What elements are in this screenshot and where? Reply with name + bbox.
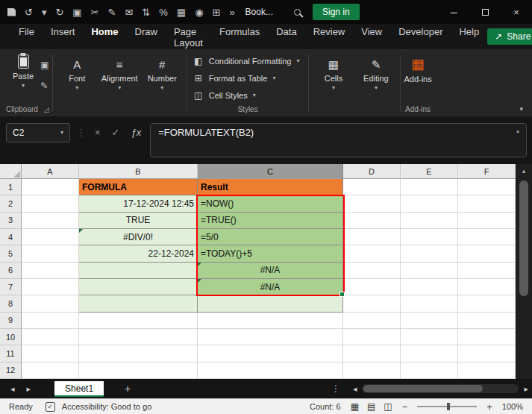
ribbon-conditional-formatting-button[interactable]: ◧Conditional Formatting▾ [193,56,300,66]
cell-B2[interactable]: 17-12-2024 12:45 [79,195,198,212]
sheet-tab-sheet1[interactable]: Sheet1 [54,381,104,397]
cell-D12[interactable] [343,363,401,379]
cell-D6[interactable] [343,263,401,279]
row-header-8[interactable]: 8 [0,295,22,312]
cell-F7[interactable] [458,279,516,295]
cell-B5[interactable]: 22-12-2024 [79,245,198,262]
zoom-level[interactable]: 100% [502,402,523,411]
cell-B1[interactable]: FORMULA [79,179,198,195]
overflow-icon[interactable]: » [229,7,234,17]
cell-F9[interactable] [458,313,516,329]
zoom-slider-thumb[interactable] [447,403,450,410]
vertical-scrollbar-thumb[interactable] [519,181,528,296]
cell-B3[interactable]: TRUE [79,213,198,229]
copy-icon[interactable]: ▣ [40,60,48,70]
cell-F12[interactable] [458,363,516,379]
column-header-C[interactable]: C [198,164,343,179]
cell-D3[interactable] [343,213,401,229]
row-header-7[interactable]: 7 [0,279,22,295]
cell-E11[interactable] [401,345,458,362]
sort-icon[interactable]: ⇅ [142,7,150,17]
cell-B8[interactable] [79,295,198,312]
cell-A11[interactable] [22,345,79,362]
insert-function-button[interactable]: ƒx [129,123,144,142]
row-header-4[interactable]: 4 [0,229,22,245]
cell-D7[interactable] [343,279,401,295]
cell-C8[interactable] [198,295,343,312]
format-painter-icon[interactable]: ✎ [40,81,48,91]
cell-D4[interactable] [343,229,401,245]
cell-E10[interactable] [401,329,458,345]
cell-E5[interactable] [401,245,458,262]
envelope-icon[interactable]: ✉ [125,7,133,17]
cell-F8[interactable] [458,295,516,312]
collapse-formula-bar-button[interactable]: ▴ [516,128,519,134]
select-all-button[interactable] [0,164,22,179]
ribbon-editing-button[interactable]: ✎Editing▾ [354,51,397,116]
cell-F3[interactable] [458,213,516,229]
cell-C7[interactable]: #N/A [198,279,343,295]
paste-button[interactable]: Paste ▾ [6,51,40,104]
cell-C3[interactable]: =TRUE() [198,213,343,229]
undo-dropdown-icon[interactable]: ▾ [42,7,47,17]
horizontal-scrollbar[interactable] [362,384,519,393]
add-ins-button[interactable]: ▦ Add-ins [404,51,431,104]
hscroll-left-icon[interactable]: ◂ [353,384,357,394]
cell-B12[interactable] [79,363,198,379]
redo-icon[interactable]: ↻ [55,7,63,17]
cell-C10[interactable] [198,329,343,345]
view-page-layout-icon[interactable]: ▤ [367,401,375,412]
name-box[interactable]: C2 ▾ [6,123,70,142]
row-header-6[interactable]: 6 [0,263,22,279]
cell-D9[interactable] [343,313,401,329]
zoom-in-button[interactable]: + [486,401,492,413]
ribbon-cells-button[interactable]: ▦Cells▾ [312,51,354,116]
add-sheet-button[interactable]: + [125,383,131,395]
cell-C6[interactable]: #N/A [198,263,343,279]
calculator-icon[interactable]: ⊞ [212,7,220,17]
cell-B9[interactable] [79,313,198,329]
scroll-up-icon[interactable]: ▴ [522,164,526,178]
cell-E7[interactable] [401,279,458,295]
ribbon-alignment-button[interactable]: ≡Alignment▾ [98,51,141,116]
cell-A1[interactable] [22,179,79,195]
table-icon[interactable]: ▦ [177,7,186,17]
zoom-slider[interactable] [417,406,477,407]
cell-C4[interactable]: =5/0 [198,229,343,245]
row-header-1[interactable]: 1 [0,179,22,195]
undo-icon[interactable]: ↺ [25,7,33,17]
sign-in-button[interactable]: Sign in [313,4,360,20]
copy-icon[interactable]: ▣ [72,7,81,17]
cell-A8[interactable] [22,295,79,312]
cell-D10[interactable] [343,329,401,345]
column-header-F[interactable]: F [458,164,516,179]
formula-bar-handle-icon[interactable]: ⋮ [77,123,86,142]
row-header-9[interactable]: 9 [0,313,22,329]
cell-E6[interactable] [401,263,458,279]
cell-C9[interactable] [198,313,343,329]
cell-A7[interactable] [22,279,79,295]
formula-input[interactable]: =FORMULATEXT(B2) ▴ [150,123,527,157]
cell-B11[interactable] [79,345,198,362]
row-header-2[interactable]: 2 [0,195,22,212]
hscroll-right-icon[interactable]: ▸ [524,384,528,394]
cell-C11[interactable] [198,345,343,362]
sheet-nav-left-icon[interactable]: ◂ [10,384,15,394]
cut-icon[interactable]: ✂ [91,7,99,17]
cell-F11[interactable] [458,345,516,362]
cancel-button[interactable]: × [93,123,103,142]
cell-F5[interactable] [458,245,516,262]
view-page-break-icon[interactable]: ◫ [384,401,392,412]
horizontal-scrollbar-thumb[interactable] [363,385,483,392]
cell-B6[interactable] [79,263,198,279]
cell-E3[interactable] [401,213,458,229]
cell-A6[interactable] [22,263,79,279]
row-header-10[interactable]: 10 [0,329,22,345]
sheet-nav-right-icon[interactable]: ▸ [27,384,31,394]
row-header-11[interactable]: 11 [0,345,22,362]
cell-A5[interactable] [22,245,79,262]
cell-D11[interactable] [343,345,401,362]
sheet-options-icon[interactable]: ⋮ [331,383,340,394]
close-button[interactable]: × [501,0,532,24]
cell-C5[interactable]: =TODAY()+5 [198,245,343,262]
